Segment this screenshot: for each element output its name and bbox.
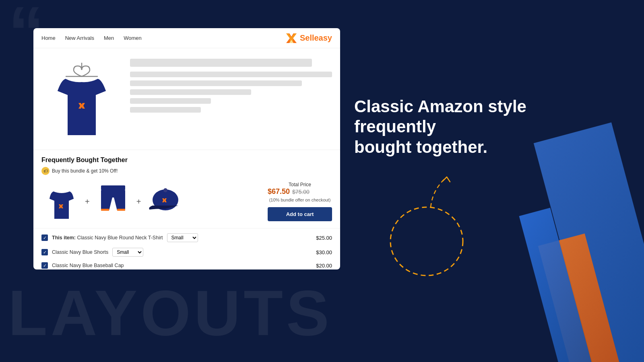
item-label-2: Classic Navy Blue Shorts (52, 249, 108, 255)
fbt-product-tshirt (41, 181, 82, 222)
item-checkbox-3[interactable] (41, 262, 48, 269)
logo: Selleasy (285, 33, 332, 43)
product-image-wrapper (41, 55, 122, 143)
fbt-plus-2: + (136, 197, 141, 206)
product-details (130, 55, 332, 143)
fbt-section: Frequently Bought Together 🏷 Buy this bu… (33, 150, 340, 228)
nav-links: Home New Arrivals Men Women (41, 35, 142, 41)
skeleton-line-4 (130, 98, 211, 104)
skeleton-line-3 (130, 89, 251, 95)
fbt-old-price: $75.00 (292, 189, 310, 195)
item-list: This item: Classic Navy Blue Round Neck … (33, 228, 340, 269)
item-label-3: Classic Navy Blue Baseball Cap (52, 263, 124, 268)
item-price-2: $30.00 (316, 249, 332, 255)
svg-rect-6 (101, 185, 125, 190)
item-row-3: Classic Navy Blue Baseball Cap $20.00 (41, 262, 332, 269)
fbt-badge-label: Buy this bundle & get 10% Off! (52, 168, 118, 174)
add-to-cart-button[interactable]: Add to cart (268, 207, 332, 221)
logo-icon (285, 33, 297, 43)
doodle-decoration (362, 149, 491, 286)
fbt-product-cap (144, 181, 184, 222)
item-row-1: This item: Classic Navy Blue Round Neck … (41, 233, 332, 242)
skeleton-title (130, 59, 312, 67)
fbt-total-label: Total Price (268, 182, 332, 187)
svg-rect-8 (117, 209, 125, 211)
skeleton-line-1 (130, 72, 332, 77)
headline: Classic Amazon style frequently bought t… (354, 97, 564, 157)
item-row-2: Classic Navy Blue Shorts Small Medium La… (41, 248, 332, 257)
fbt-subtitle: 🏷 Buy this bundle & get 10% Off! (41, 167, 332, 175)
logo-sell: Sell (300, 33, 314, 42)
fbt-products-row: + + (41, 181, 184, 222)
product-card: Home New Arrivals Men Women Selleasy (33, 28, 340, 269)
nav-women[interactable]: Women (124, 35, 142, 41)
item-size-select-1[interactable]: Small Medium Large (167, 233, 198, 242)
item-size-select-2[interactable]: Small Medium Large (112, 248, 143, 257)
nav-home[interactable]: Home (41, 35, 56, 41)
skeleton-line-2 (130, 80, 302, 86)
fbt-discount-note: (10% bundle offer on checkout) (268, 197, 332, 202)
headline-line1: Classic Amazon style frequently (354, 97, 526, 136)
item-checkbox-1[interactable] (41, 234, 48, 241)
fbt-plus-1: + (85, 197, 90, 206)
item-checkbox-2[interactable] (41, 249, 48, 255)
item-price-3: $20.00 (316, 263, 332, 269)
nav-men[interactable]: Men (104, 35, 114, 41)
logo-text: Selleasy (300, 33, 332, 43)
product-tshirt-image (50, 59, 114, 143)
skeleton-line-5 (130, 107, 201, 113)
svg-point-10 (163, 188, 167, 192)
svg-point-12 (390, 207, 463, 276)
fbt-price-area: Total Price $67.50 $75.00 (10% bundle of… (268, 182, 332, 221)
item-price-1: $25.00 (316, 235, 332, 241)
nav-new-arrivals[interactable]: New Arrivals (65, 35, 94, 41)
bg-layouts-decoration: LAYOUTS (8, 276, 332, 350)
svg-rect-7 (101, 209, 109, 211)
product-area (33, 48, 340, 150)
badge-icon: 🏷 (41, 167, 50, 175)
navbar: Home New Arrivals Men Women Selleasy (33, 28, 340, 48)
fbt-product-shorts (93, 181, 133, 222)
fbt-title: Frequently Bought Together (41, 156, 332, 164)
fbt-prices: $67.50 $75.00 (268, 187, 332, 196)
logo-easy: easy (314, 33, 332, 42)
item-label-1: This item: Classic Navy Blue Round Neck … (52, 235, 163, 241)
fbt-new-price: $67.50 (268, 187, 290, 196)
